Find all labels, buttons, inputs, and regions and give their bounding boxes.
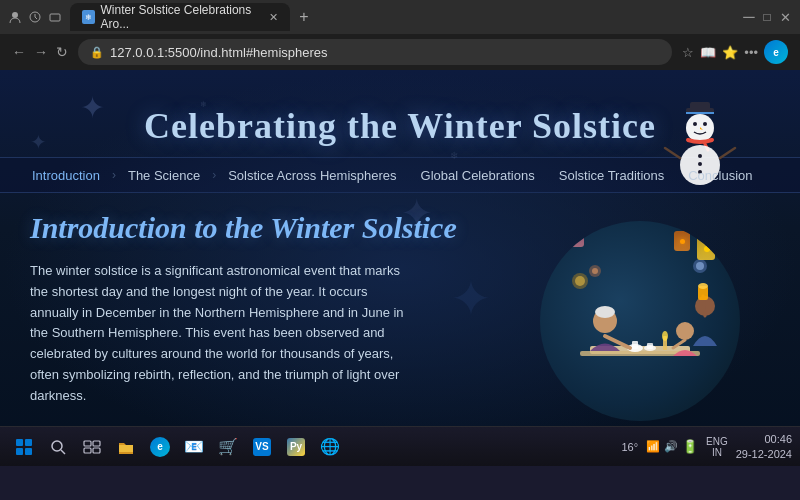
volume-icon[interactable]: 🔊 [664, 440, 678, 453]
page-content: ✦ ✦ ✦ ✦ ❄ ❄ ❄ [0, 70, 800, 466]
svg-point-23 [662, 331, 668, 341]
edge-logo: e [764, 40, 788, 64]
edge-taskbar-button[interactable]: e [144, 431, 176, 463]
battery-icon[interactable]: 🔋 [682, 439, 698, 454]
restore-button[interactable]: □ [760, 10, 774, 24]
tab-favicon: ❄ [82, 10, 95, 24]
svg-rect-45 [84, 441, 91, 446]
star-icon[interactable]: ☆ [682, 45, 694, 60]
favorites-icon[interactable]: ⭐ [722, 45, 738, 60]
svg-rect-2 [50, 14, 60, 21]
nav-item-introduction[interactable]: Introduction [20, 158, 112, 192]
page-title: Celebrating the Winter Solstice [0, 105, 800, 147]
date-display: 29-12-2024 [736, 447, 792, 461]
nav-item-science[interactable]: The Science [116, 158, 212, 192]
svg-rect-48 [93, 448, 100, 453]
close-button[interactable]: ✕ [778, 10, 792, 24]
start-button[interactable] [8, 431, 40, 463]
toolbar-right: ☆ 📖 ⭐ ••• e [682, 40, 788, 64]
store-button[interactable]: 🛒 [212, 431, 244, 463]
history-icon[interactable] [28, 10, 42, 24]
address-bar: ← → ↻ 🔒 127.0.0.1:5500/ind.html#hemisphe… [0, 34, 800, 70]
tab-title: Winter Solstice Celebrations Aro... [101, 3, 264, 31]
read-icon[interactable]: 📖 [700, 45, 716, 60]
wifi-icon[interactable]: 📶 [646, 440, 660, 453]
svg-rect-20 [632, 341, 638, 349]
svg-point-25 [595, 306, 615, 318]
python-button[interactable]: Py [280, 431, 312, 463]
section-left: Introduction to the Winter Solstice The … [30, 211, 540, 407]
minimize-button[interactable]: ─ [742, 10, 756, 24]
svg-rect-39 [16, 439, 23, 446]
svg-point-32 [698, 283, 708, 289]
svg-point-43 [52, 441, 62, 451]
taskbar: e 📧 🛒 VS Py 🌐 16° 📶 🔊 🔋 ENGIN [0, 426, 800, 466]
svg-rect-40 [25, 439, 32, 446]
search-button[interactable] [42, 431, 74, 463]
svg-point-27 [676, 322, 694, 340]
taskbar-left: e 📧 🛒 VS Py 🌐 [8, 431, 346, 463]
window-buttons: ─ □ ✕ [742, 10, 792, 24]
time-display: 00:46 [736, 432, 792, 446]
illustration-circle [540, 221, 740, 421]
nav-item-global[interactable]: Global Celebrations [409, 158, 547, 192]
nav-item-hemispheres[interactable]: Solstice Across Hemispheres [216, 158, 408, 192]
task-view-button[interactable] [76, 431, 108, 463]
new-tab-button[interactable]: + [290, 3, 318, 31]
people-svg [555, 236, 725, 406]
lantern-3 [570, 229, 584, 247]
language-indicator[interactable]: ENGIN [706, 436, 728, 458]
lock-icon: 🔒 [90, 46, 104, 59]
section-body: The winter solstice is a significant ast… [30, 261, 410, 407]
section-title: Introduction to the Winter Solstice [30, 211, 540, 245]
window-controls[interactable] [8, 10, 62, 24]
back-button[interactable]: ← [12, 44, 26, 60]
svg-point-36 [592, 268, 598, 274]
forward-button[interactable]: → [34, 44, 48, 60]
section-area: Introduction to the Winter Solstice The … [0, 193, 800, 427]
illustration-area [560, 211, 770, 407]
tab-close-button[interactable]: ✕ [269, 11, 278, 24]
vscode-button[interactable]: VS [246, 431, 278, 463]
chrome-button[interactable]: 🌐 [314, 431, 346, 463]
nav-item-traditions[interactable]: Solstice Traditions [547, 158, 677, 192]
url-text: 127.0.0.1:5500/ind.html#hemispheres [110, 45, 660, 60]
nav-controls: ← → ↻ [12, 44, 68, 60]
glow-2 [680, 239, 685, 244]
svg-point-34 [575, 276, 585, 286]
svg-line-44 [61, 450, 65, 454]
clock: 00:46 29-12-2024 [736, 432, 792, 461]
svg-point-0 [12, 12, 18, 18]
profile-icon[interactable] [8, 10, 22, 24]
hero-section: Celebrating the Winter Solstice [0, 70, 800, 157]
tab-bar: ❄ Winter Solstice Celebrations Aro... ✕ … [70, 3, 734, 31]
nav-item-conclusion[interactable]: Conclusion [676, 158, 764, 192]
svg-point-38 [696, 262, 704, 270]
temperature-badge: 16° [621, 441, 638, 453]
svg-rect-42 [25, 448, 32, 455]
browser-chrome: ❄ Winter Solstice Celebrations Aro... ✕ … [0, 0, 800, 70]
title-bar: ❄ Winter Solstice Celebrations Aro... ✕ … [0, 0, 800, 34]
taskbar-right: 16° 📶 🔊 🔋 ENGIN 00:46 29-12-2024 [621, 432, 792, 461]
reload-button[interactable]: ↻ [56, 44, 68, 60]
explorer-button[interactable] [110, 431, 142, 463]
glow-1 [704, 246, 710, 252]
mail-button[interactable]: 📧 [178, 431, 210, 463]
svg-rect-46 [93, 441, 100, 446]
nav-bar: Introduction › The Science › Solstice Ac… [0, 157, 800, 193]
svg-rect-41 [16, 448, 23, 455]
svg-rect-47 [84, 448, 91, 453]
svg-rect-21 [647, 343, 653, 349]
maximize-icon[interactable] [48, 10, 62, 24]
more-button[interactable]: ••• [744, 45, 758, 60]
active-tab[interactable]: ❄ Winter Solstice Celebrations Aro... ✕ [70, 3, 290, 31]
system-tray: 📶 🔊 🔋 [646, 439, 698, 454]
url-bar[interactable]: 🔒 127.0.0.1:5500/ind.html#hemispheres [78, 39, 672, 65]
